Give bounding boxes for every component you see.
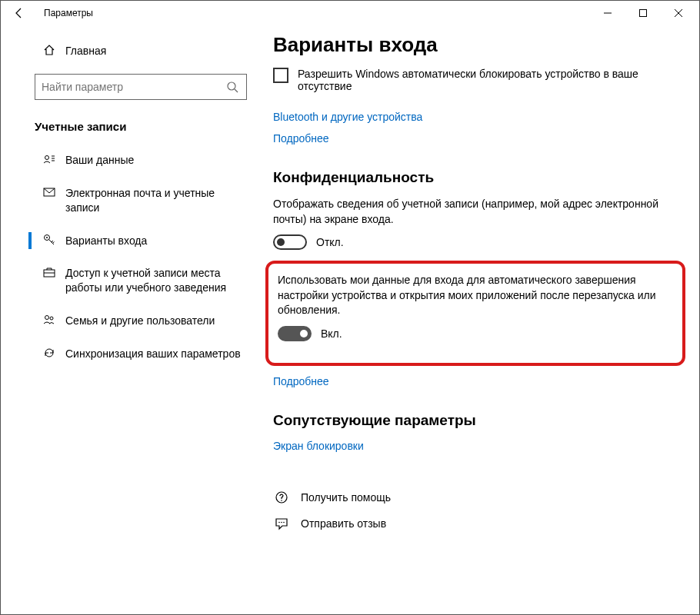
sidebar-item-label: Ваши данные bbox=[65, 153, 134, 168]
sidebar: Главная Учетные записи Ваши данные Э bbox=[1, 25, 262, 614]
maximize-button[interactable] bbox=[625, 1, 661, 25]
back-button[interactable] bbox=[4, 1, 35, 25]
sidebar-item-your-info[interactable]: Ваши данные bbox=[1, 144, 262, 177]
autologin-toggle[interactable] bbox=[278, 326, 312, 341]
svg-point-12 bbox=[45, 316, 49, 320]
svg-point-4 bbox=[45, 155, 49, 159]
autologin-desc: Использовать мои данные для входа для ав… bbox=[278, 273, 668, 318]
sidebar-item-label: Синхронизация ваших параметров bbox=[65, 347, 241, 361]
svg-point-16 bbox=[278, 522, 280, 524]
sidebar-item-email-accounts[interactable]: Электронная почта и учетные записи bbox=[1, 177, 262, 224]
more-link-2[interactable]: Подробнее bbox=[273, 375, 678, 387]
people-icon bbox=[42, 314, 56, 326]
sidebar-item-label: Семья и другие пользователи bbox=[65, 314, 215, 328]
sync-icon bbox=[42, 347, 56, 359]
person-badge-icon bbox=[42, 153, 56, 165]
titlebar: Параметры bbox=[1, 1, 699, 25]
get-help-label: Получить помощь bbox=[301, 491, 391, 504]
feedback-icon bbox=[273, 517, 290, 530]
more-link-1[interactable]: Подробнее bbox=[273, 132, 678, 145]
sidebar-item-work-school[interactable]: Доступ к учетной записи места работы или… bbox=[1, 257, 262, 304]
autologin-toggle-row: Вкл. bbox=[278, 326, 668, 341]
svg-point-18 bbox=[283, 522, 285, 524]
svg-point-2 bbox=[228, 82, 235, 90]
sidebar-item-sync[interactable]: Синхронизация ваших параметров bbox=[1, 337, 262, 371]
help-icon bbox=[273, 490, 290, 504]
svg-line-3 bbox=[235, 89, 238, 92]
auto-lock-checkbox[interactable] bbox=[273, 68, 288, 83]
privacy-heading: Конфиденциальность bbox=[273, 169, 678, 186]
privacy-desc: Отображать сведения об учетной записи (н… bbox=[273, 197, 678, 227]
body: Главная Учетные записи Ваши данные Э bbox=[1, 25, 699, 614]
feedback-label: Отправить отзыв bbox=[301, 517, 386, 530]
feedback-link[interactable]: Отправить отзыв bbox=[273, 510, 678, 537]
close-button[interactable] bbox=[661, 1, 696, 25]
sidebar-item-label: Электронная почта и учетные записи bbox=[65, 186, 247, 215]
search-icon bbox=[225, 81, 240, 93]
svg-point-10 bbox=[46, 237, 48, 238]
lockscreen-link[interactable]: Экран блокировки bbox=[273, 440, 678, 452]
home-icon bbox=[42, 44, 56, 56]
bluetooth-link[interactable]: Bluetooth и другие устройства bbox=[273, 111, 678, 123]
get-help-link[interactable]: Получить помощь bbox=[273, 484, 678, 510]
search-input[interactable] bbox=[42, 81, 225, 93]
auto-lock-label: Разрешить Windows автоматически блокиров… bbox=[298, 68, 678, 92]
sidebar-item-label: Доступ к учетной записи места работы или… bbox=[65, 266, 247, 295]
privacy-toggle-row: Откл. bbox=[273, 234, 678, 250]
toggle-state-label: Откл. bbox=[316, 236, 344, 248]
highlight-box: Использовать мои данные для входа для ав… bbox=[265, 261, 685, 366]
home-link[interactable]: Главная bbox=[1, 35, 262, 68]
search-box[interactable] bbox=[35, 74, 247, 100]
sidebar-item-family[interactable]: Семья и другие пользователи bbox=[1, 304, 262, 337]
briefcase-icon bbox=[42, 266, 56, 278]
category-heading: Учетные записи bbox=[1, 106, 262, 144]
home-label: Главная bbox=[65, 44, 106, 58]
auto-lock-row: Разрешить Windows автоматически блокиров… bbox=[273, 68, 678, 92]
svg-point-13 bbox=[50, 317, 53, 320]
key-icon bbox=[42, 234, 56, 246]
svg-point-17 bbox=[281, 522, 282, 524]
sidebar-item-label: Варианты входа bbox=[65, 234, 147, 248]
svg-rect-1 bbox=[640, 10, 647, 17]
sidebar-item-signin-options[interactable]: Варианты входа bbox=[1, 224, 262, 258]
content-panel: Варианты входа Разрешить Windows автомат… bbox=[262, 25, 699, 614]
window-title: Параметры bbox=[44, 8, 93, 18]
mail-icon bbox=[42, 186, 56, 198]
related-heading: Сопутствующие параметры bbox=[273, 412, 678, 429]
show-account-toggle[interactable] bbox=[273, 234, 307, 250]
page-title: Варианты входа bbox=[273, 33, 678, 57]
toggle-state-label: Вкл. bbox=[321, 327, 342, 340]
minimize-button[interactable] bbox=[590, 1, 625, 25]
svg-point-15 bbox=[281, 500, 282, 501]
settings-window: Параметры Главная Учетные записи bbox=[0, 0, 700, 615]
